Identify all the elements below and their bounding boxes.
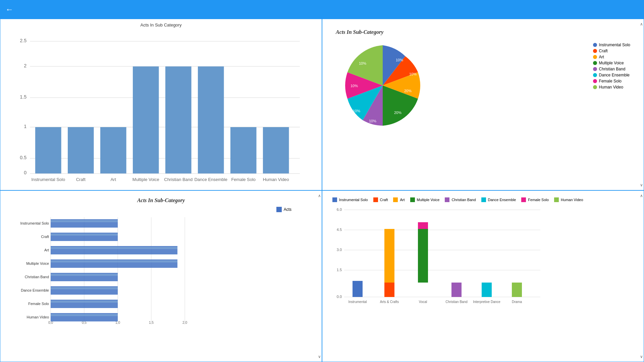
q4-leg-human: Human Video	[561, 198, 583, 202]
svg-text:Christian Band: Christian Band	[164, 177, 193, 182]
svg-text:10%: 10%	[369, 119, 376, 123]
svg-text:Multiple Voice: Multiple Voice	[132, 177, 159, 182]
svg-text:2: 2	[24, 63, 26, 68]
svg-text:Art: Art	[44, 248, 49, 252]
svg-rect-14	[100, 127, 126, 173]
svg-text:Female Solo: Female Solo	[231, 177, 256, 182]
svg-text:Interpretive Dance: Interpretive Dance	[473, 300, 500, 304]
svg-text:Art: Art	[111, 177, 116, 182]
svg-text:Arts & Crafts: Arts & Crafts	[380, 300, 399, 304]
svg-rect-65	[51, 287, 118, 289]
legend-multiple-voice: Multiple Voice	[599, 61, 624, 65]
svg-text:1: 1	[24, 124, 26, 129]
legend-art: Art	[599, 55, 604, 59]
svg-text:Female Solo: Female Solo	[28, 302, 49, 306]
back-button[interactable]: ←	[5, 5, 13, 14]
svg-text:Dance Ensemble: Dance Ensemble	[194, 177, 227, 182]
svg-text:Drama: Drama	[512, 300, 522, 304]
svg-text:6.0: 6.0	[337, 207, 342, 212]
svg-text:0.0: 0.0	[337, 295, 342, 299]
svg-rect-12	[35, 127, 61, 173]
svg-text:Multiple Voice: Multiple Voice	[26, 261, 49, 265]
svg-text:Craft: Craft	[76, 177, 86, 182]
q4-grouped-chart: 6.0 4.5 3.0 1.5 0.0	[332, 205, 547, 322]
q2-pie-chart: 10% 10% 20% 20% 10% 10% 10% 10%	[336, 39, 430, 132]
q3-title: Acts In Sub-Category	[10, 197, 312, 203]
svg-text:Christian Band: Christian Band	[25, 275, 49, 279]
svg-rect-18	[230, 127, 257, 173]
svg-rect-16	[165, 66, 192, 173]
legend-female-solo: Female Solo	[599, 79, 622, 83]
scroll-bottom-q3[interactable]: ∨	[318, 354, 321, 359]
svg-text:Human Video: Human Video	[263, 177, 289, 182]
svg-rect-83	[418, 229, 428, 283]
svg-text:Dance Ensemble: Dance Ensemble	[21, 288, 49, 292]
scroll-top-q2[interactable]: ∧	[640, 22, 643, 26]
svg-text:3.0: 3.0	[337, 248, 342, 252]
svg-text:Craft: Craft	[41, 235, 49, 239]
header: ←	[0, 0, 644, 19]
q2-legend: Instrumental Solo Craft Art Multiple Voi…	[593, 43, 630, 89]
svg-rect-17	[198, 66, 224, 173]
svg-text:20%: 20%	[404, 89, 412, 93]
svg-rect-80	[353, 281, 363, 297]
svg-text:10%: 10%	[396, 58, 403, 62]
svg-text:Vocal: Vocal	[419, 300, 427, 304]
svg-rect-19	[263, 127, 289, 173]
svg-text:Instrumental Solo: Instrumental Solo	[20, 221, 49, 225]
legend-instrumental: Instrumental Solo	[599, 43, 630, 47]
svg-rect-87	[512, 283, 522, 297]
q3-bar-chart: Instrumental Solo Craft Art Multiple Voi…	[10, 214, 232, 328]
svg-rect-86	[482, 283, 492, 297]
legend-christian-band: Christian Band	[599, 67, 626, 71]
svg-text:0: 0	[24, 170, 26, 175]
svg-text:2.0: 2.0	[182, 321, 187, 324]
svg-rect-61	[51, 260, 177, 262]
q4-leg-art: Art	[400, 198, 405, 202]
svg-rect-59	[51, 247, 177, 249]
svg-text:Instrumental: Instrumental	[348, 300, 367, 304]
q4-leg-dance: Dance Ensemble	[488, 198, 516, 202]
svg-text:10%: 10%	[409, 72, 417, 76]
svg-text:0.5: 0.5	[20, 155, 26, 160]
svg-rect-81	[384, 283, 394, 297]
scroll-bottom-q4[interactable]: ∨	[640, 354, 643, 359]
svg-rect-13	[68, 127, 94, 173]
svg-text:1.5: 1.5	[149, 321, 154, 324]
q4-leg-female: Female Solo	[528, 198, 549, 202]
svg-rect-15	[133, 66, 159, 173]
q4-legend: Instrumental Solo Craft Art Multiple Voi…	[332, 197, 634, 202]
scroll-top-q4[interactable]: ∧	[640, 193, 643, 198]
q3-legend-acts: Acts	[284, 207, 291, 212]
svg-text:2.5: 2.5	[20, 38, 26, 43]
q4-leg-craft: Craft	[380, 198, 388, 202]
main-grid: Acts In Sub Category 2.5 2 1.5 1 0.5 0	[0, 19, 644, 362]
q4-leg-instrumental: Instrumental Solo	[339, 198, 368, 202]
q1-title: Acts In Sub Category	[4, 22, 318, 27]
q2-quadrant: ∧ Acts In Sub-Category	[322, 19, 644, 190]
q1-bar-chart: 2.5 2 1.5 1 0.5 0	[4, 29, 318, 185]
q2-title: Acts In Sub-Category	[336, 29, 583, 35]
q4-leg-christian: Christian Band	[451, 198, 476, 202]
svg-rect-55	[51, 220, 118, 222]
svg-text:20%: 20%	[394, 111, 401, 115]
legend-human-video: Human Video	[599, 85, 624, 89]
legend-dance-ensemble: Dance Ensemble	[599, 73, 630, 77]
svg-text:Christian Band: Christian Band	[445, 300, 468, 304]
svg-rect-57	[51, 234, 118, 236]
legend-craft: Craft	[599, 49, 608, 53]
q4-leg-multiple: Multiple Voice	[417, 198, 440, 202]
svg-text:Instrumental Solo: Instrumental Solo	[32, 177, 65, 182]
svg-text:10%: 10%	[351, 84, 358, 88]
q1-quadrant: Acts In Sub Category 2.5 2 1.5 1 0.5 0	[0, 19, 322, 190]
scroll-top-q3[interactable]: ∧	[318, 193, 321, 198]
svg-rect-85	[451, 283, 462, 297]
svg-text:4.5: 4.5	[337, 228, 342, 232]
svg-rect-63	[51, 274, 118, 276]
q4-quadrant: ∧ Instrumental Solo Craft Art Multiple V…	[322, 190, 644, 362]
scroll-bottom-q2[interactable]: ∨	[640, 183, 643, 187]
svg-rect-67	[51, 301, 118, 303]
svg-text:1.5: 1.5	[337, 268, 342, 272]
q3-quadrant: ∧ Acts In Sub-Category Acts Instrumental…	[0, 190, 322, 362]
svg-rect-82	[384, 229, 394, 283]
